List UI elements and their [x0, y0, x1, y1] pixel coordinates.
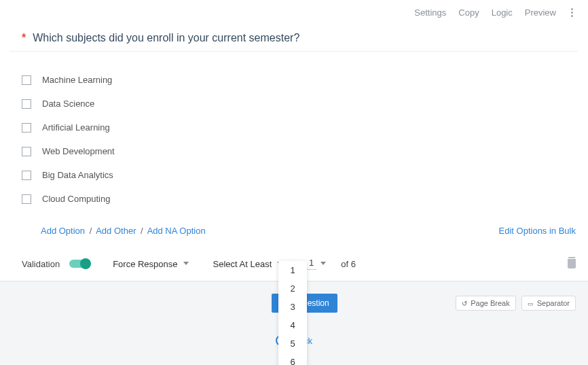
- option-row: Artificial Learning: [22, 116, 576, 139]
- dropdown-option[interactable]: 6: [278, 353, 307, 365]
- settings-link[interactable]: Settings: [414, 7, 446, 18]
- dropdown-option[interactable]: 5: [278, 334, 307, 353]
- option-row: Machine Learning: [22, 68, 576, 92]
- question-header: * Which subjects did you enroll in your …: [10, 25, 578, 52]
- option-label[interactable]: Machine Learning: [42, 75, 112, 85]
- checkbox[interactable]: [22, 171, 31, 180]
- copy-link[interactable]: Copy: [458, 7, 479, 18]
- separator-icon: [528, 299, 534, 307]
- validation-label: Validation: [22, 259, 60, 269]
- add-na-option-link[interactable]: Add NA Option: [147, 226, 206, 236]
- validation-number-select[interactable]: 1: [304, 258, 326, 270]
- validation-toggle[interactable]: [69, 260, 90, 268]
- page-break-icon: [462, 299, 467, 307]
- delete-icon[interactable]: [568, 259, 576, 268]
- logic-link[interactable]: Logic: [492, 7, 513, 18]
- option-label[interactable]: Cloud Computing: [42, 194, 110, 204]
- dropdown-option[interactable]: 3: [278, 298, 307, 316]
- option-label[interactable]: Big Data Analytics: [42, 170, 113, 180]
- chevron-down-icon: [183, 262, 189, 267]
- separator-label: Separator: [537, 299, 570, 307]
- validation-mode-select[interactable]: Force Response: [111, 259, 189, 269]
- option-row: Big Data Analytics: [22, 163, 576, 187]
- separator-text: /: [139, 226, 145, 236]
- chevron-down-icon: [320, 262, 326, 267]
- option-row: Web Development: [22, 139, 576, 163]
- preview-link[interactable]: Preview: [525, 7, 556, 18]
- checkbox[interactable]: [22, 147, 31, 156]
- dropdown-option[interactable]: 4: [278, 316, 307, 334]
- dropdown-option[interactable]: 2: [278, 279, 307, 298]
- question-text[interactable]: Which subjects did you enroll in your cu…: [33, 32, 299, 44]
- validation-mode-value: Force Response: [113, 259, 177, 269]
- add-option-link[interactable]: Add Option: [41, 226, 85, 236]
- option-label[interactable]: Web Development: [42, 146, 115, 156]
- page-break-button[interactable]: Page Break: [456, 296, 515, 311]
- required-asterisk: *: [22, 32, 26, 44]
- validation-condition-select[interactable]: Select At Least: [212, 259, 284, 269]
- more-menu-icon[interactable]: [568, 5, 576, 20]
- checkbox[interactable]: [22, 75, 31, 85]
- validation-condition-value: Select At Least: [213, 259, 272, 269]
- option-label[interactable]: Artificial Learning: [42, 122, 110, 133]
- option-row: Cloud Computing: [22, 187, 576, 211]
- separator-text: /: [88, 226, 94, 236]
- separator-button[interactable]: Separator: [521, 296, 576, 311]
- validation-of-total: of 6: [341, 259, 356, 269]
- number-dropdown: 1 2 3 4 5 6: [278, 261, 307, 365]
- dropdown-option[interactable]: 1: [278, 261, 307, 279]
- add-option-links: Add Option / Add Other / Add NA Option: [41, 226, 206, 236]
- add-other-link[interactable]: Add Other: [96, 226, 136, 236]
- option-row: Data Science: [22, 92, 576, 116]
- checkbox[interactable]: [22, 123, 31, 133]
- edit-options-bulk-link[interactable]: Edit Options in Bulk: [499, 226, 576, 236]
- option-label[interactable]: Data Science: [42, 99, 94, 109]
- page-break-label: Page Break: [471, 299, 509, 307]
- checkbox[interactable]: [22, 194, 31, 204]
- options-list: Machine Learning Data Science Artificial…: [0, 52, 588, 216]
- checkbox[interactable]: [22, 99, 31, 109]
